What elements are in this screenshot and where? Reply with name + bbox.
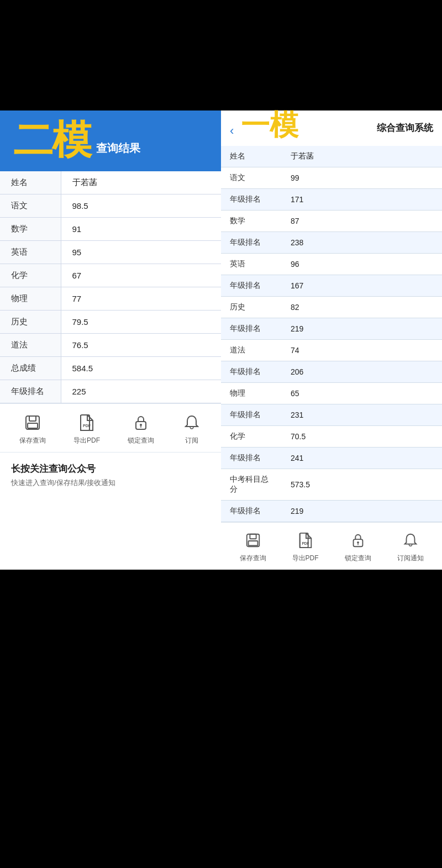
pdf-icon-left: PDF [77, 413, 97, 433]
save-label-right: 保存查询 [240, 554, 266, 563]
right-value-1: 99 [282, 167, 442, 189]
left-value-2: 91 [61, 218, 221, 241]
left-value-5: 77 [61, 287, 221, 311]
bell-label-right: 订阅通知 [397, 554, 424, 563]
right-title-big: 一模 [241, 111, 298, 139]
svg-rect-11 [299, 533, 308, 548]
right-value-6: 167 [282, 275, 442, 297]
promo-subtitle: 快速进入查询/保存结果/接收通知 [11, 478, 210, 488]
bell-button-right[interactable]: 订阅通知 [397, 530, 424, 563]
lock-icon-right [348, 530, 368, 550]
left-footer: 保存查询 PDF 导出PDF [0, 403, 221, 452]
right-label-11: 物理 [221, 383, 282, 404]
right-label-16: 年级排名 [221, 501, 282, 522]
right-value-14: 241 [282, 448, 442, 469]
lock-button-right[interactable]: 锁定查询 [345, 530, 371, 563]
left-value-0: 于若菡 [61, 171, 221, 194]
save-button-right[interactable]: 保存查询 [240, 530, 266, 563]
left-table-row: 语文 98.5 [0, 194, 221, 218]
right-label-12: 年级排名 [221, 404, 282, 426]
right-table-row: 年级排名 219 [221, 501, 442, 522]
right-label-4: 年级排名 [221, 232, 282, 254]
left-table-row: 历史 79.5 [0, 311, 221, 334]
left-table-row: 数学 91 [0, 218, 221, 241]
pdf-label-right: 导出PDF [292, 554, 319, 563]
right-label-3: 数学 [221, 211, 282, 232]
back-button[interactable]: ‹ [230, 124, 234, 138]
right-table-row: 语文 99 [221, 167, 442, 189]
right-table-row: 数学 87 [221, 211, 442, 232]
left-value-8: 584.5 [61, 357, 221, 380]
lock-button-left[interactable]: 锁定查询 [128, 413, 154, 445]
pdf-label-left: 导出PDF [73, 436, 100, 445]
right-table-row: 道法 74 [221, 340, 442, 361]
right-value-10: 206 [282, 361, 442, 383]
left-label-5: 物理 [0, 287, 61, 311]
right-value-13: 70.5 [282, 426, 442, 448]
left-table-row: 化学 67 [0, 264, 221, 287]
left-label-7: 道法 [0, 334, 61, 357]
svg-rect-2 [28, 423, 38, 428]
svg-text:PDF: PDF [302, 541, 309, 545]
right-value-3: 87 [282, 211, 442, 232]
left-table-row: 道法 76.5 [0, 334, 221, 357]
right-table-row: 历史 82 [221, 297, 442, 318]
left-label-1: 语文 [0, 194, 61, 218]
right-label-6: 年级排名 [221, 275, 282, 297]
right-footer: 保存查询 PDF 导出PDF [221, 522, 442, 570]
right-table-row: 英语 96 [221, 254, 442, 275]
right-label-8: 年级排名 [221, 318, 282, 340]
save-button-left[interactable]: 保存查询 [19, 413, 46, 445]
right-label-14: 年级排名 [221, 448, 282, 469]
pdf-button-left[interactable]: PDF 导出PDF [73, 413, 100, 445]
right-value-15: 573.5 [282, 469, 442, 501]
left-table: 姓名 于若菡 语文 98.5 数学 91 英语 95 化学 67 物理 77 历… [0, 171, 221, 403]
left-panel: 二模 查询结果 姓名 于若菡 语文 98.5 数学 91 英语 95 化学 67… [0, 111, 221, 570]
left-value-7: 76.5 [61, 334, 221, 357]
right-label-2: 年级排名 [221, 189, 282, 211]
left-label-2: 数学 [0, 218, 61, 241]
pdf-button-right[interactable]: PDF 导出PDF [292, 530, 319, 563]
svg-point-6 [140, 424, 142, 426]
right-table-row: 年级排名 238 [221, 232, 442, 254]
screen-container: 二模 查询结果 姓名 于若菡 语文 98.5 数学 91 英语 95 化学 67… [0, 111, 442, 570]
right-table-row: 年级排名 167 [221, 275, 442, 297]
left-promo: 长按关注查询公众号 快速进入查询/保存结果/接收通知 [0, 452, 221, 496]
left-title-big: 二模 [13, 120, 91, 160]
left-value-4: 67 [61, 264, 221, 287]
right-value-0: 于若菡 [282, 146, 442, 167]
left-table-row: 总成绩 584.5 [0, 357, 221, 380]
right-table: 姓名 于若菡 语文 99 年级排名 171 数学 87 年级排名 238 英语 … [221, 146, 442, 522]
right-label-13: 化学 [221, 426, 282, 448]
save-label-left: 保存查询 [19, 436, 46, 445]
lock-label-left: 锁定查询 [128, 436, 154, 445]
right-label-10: 年级排名 [221, 361, 282, 383]
right-table-row: 年级排名 231 [221, 404, 442, 426]
right-title-system: 综合查询系统 [377, 122, 433, 134]
right-table-row: 年级排名 241 [221, 448, 442, 469]
right-table-row: 物理 65 [221, 383, 442, 404]
left-subtitle: 查询结果 [96, 124, 140, 156]
bell-button-left[interactable]: 订阅 [182, 413, 202, 445]
svg-point-14 [357, 541, 359, 544]
left-table-row: 姓名 于若菡 [0, 171, 221, 194]
lock-icon-left [131, 413, 151, 433]
right-value-9: 74 [282, 340, 442, 361]
svg-text:PDF: PDF [83, 424, 91, 428]
left-label-9: 年级排名 [0, 380, 61, 403]
right-value-2: 171 [282, 189, 442, 211]
right-value-4: 238 [282, 232, 442, 254]
lock-label-right: 锁定查询 [345, 554, 371, 563]
left-label-4: 化学 [0, 264, 61, 287]
left-label-6: 历史 [0, 311, 61, 334]
right-value-11: 65 [282, 383, 442, 404]
bell-label-left: 订阅 [185, 436, 198, 445]
left-value-9: 225 [61, 380, 221, 403]
right-table-row: 中考科目总分 573.5 [221, 469, 442, 501]
right-label-7: 历史 [221, 297, 282, 318]
save-icon-left [23, 413, 43, 433]
right-value-12: 231 [282, 404, 442, 426]
left-table-row: 年级排名 225 [0, 380, 221, 403]
right-label-15: 中考科目总分 [221, 469, 282, 501]
left-label-8: 总成绩 [0, 357, 61, 380]
